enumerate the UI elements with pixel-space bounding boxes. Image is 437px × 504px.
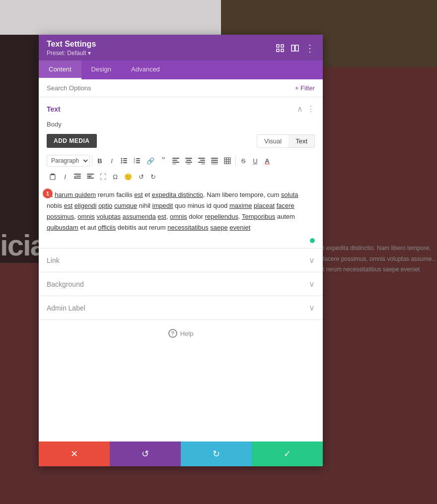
background-section[interactable]: Background ∨ [39, 272, 323, 296]
italic2-button[interactable]: I [60, 171, 71, 183]
svg-rect-23 [186, 160, 191, 161]
panel-title: Text Settings [47, 40, 96, 49]
tab-design[interactable]: Design [81, 61, 121, 79]
ordered-list-button[interactable]: 1.2.3. [131, 155, 143, 167]
panel-header-left: Text Settings Preset: Default ▾ [47, 40, 96, 57]
unordered-list-button[interactable] [118, 155, 130, 167]
svg-rect-28 [198, 162, 205, 163]
panel-preset[interactable]: Preset: Default ▾ [47, 50, 96, 57]
editor-toolbar-row2: I ⛶ Ω 🙂 ↺ ↻ [39, 169, 323, 185]
svg-rect-0 [277, 45, 279, 47]
help-row[interactable]: ? Help [39, 320, 323, 347]
indent-more-button[interactable] [84, 171, 96, 183]
italic-button[interactable]: I [106, 155, 117, 167]
indent-less-button[interactable] [72, 171, 83, 183]
bold-button[interactable]: B [94, 155, 105, 167]
svg-rect-42 [76, 176, 81, 177]
svg-rect-15 [136, 160, 140, 161]
link-section-chevron: ∨ [309, 255, 315, 265]
special-char-button[interactable]: Ω [110, 171, 121, 183]
text-settings-panel: Text Settings Preset: Default ▾ ⋮ [39, 35, 323, 466]
fullscreen-editor-button[interactable]: ⛶ [97, 171, 109, 183]
panel-tabs: Content Design Advanced [39, 61, 323, 79]
redo-editor-button[interactable]: ↻ [147, 171, 158, 183]
svg-marker-44 [74, 176, 75, 178]
svg-rect-1 [281, 45, 284, 47]
svg-rect-3 [281, 49, 284, 52]
underline-button[interactable]: U [250, 155, 261, 167]
svg-point-6 [121, 158, 123, 160]
strikethrough-button[interactable]: S [238, 155, 249, 167]
link-button[interactable]: 🔗 [144, 155, 157, 167]
paragraph-select[interactable]: Paragraph [47, 155, 90, 167]
help-icon: ? [168, 329, 177, 338]
columns-icon[interactable] [290, 43, 300, 53]
svg-rect-4 [291, 45, 294, 51]
editor-toolbar-row1: Paragraph B I 1.2.3. 🔗 " [39, 153, 323, 169]
justify-button[interactable] [209, 155, 220, 167]
svg-rect-13 [136, 158, 140, 159]
svg-rect-18 [172, 158, 179, 159]
text-section: Text ∧ ⋮ Body ADD MEDIA Visual Text Para… [39, 97, 323, 249]
undo-button[interactable]: ↺ [110, 441, 181, 466]
svg-rect-9 [123, 160, 127, 161]
svg-rect-34 [224, 158, 230, 164]
panel-footer: ✕ ↺ ↻ ✓ [39, 441, 323, 466]
text-section-title: Text [47, 105, 61, 113]
align-center-button[interactable] [183, 155, 195, 167]
svg-rect-20 [172, 162, 179, 163]
link-section-title: Link [47, 256, 60, 264]
body-label: Body [39, 121, 323, 132]
toolbar-divider-2 [235, 156, 236, 166]
help-label: Help [180, 330, 194, 337]
redo-button[interactable]: ↻ [181, 441, 252, 466]
text-toggle-button[interactable]: Text [289, 135, 314, 147]
align-left-button[interactable] [170, 155, 182, 167]
svg-rect-2 [277, 49, 279, 52]
svg-rect-24 [185, 162, 192, 163]
save-button[interactable]: ✓ [252, 441, 323, 466]
tab-advanced[interactable]: Advanced [121, 61, 170, 79]
background-top-left [0, 0, 221, 35]
cancel-button[interactable]: ✕ [39, 441, 110, 466]
table-button[interactable] [221, 155, 233, 167]
link-section[interactable]: Link ∨ [39, 249, 323, 272]
admin-label-section-chevron: ∨ [309, 303, 315, 313]
panel-body: + Filter Text ∧ ⋮ Body ADD MEDIA Visual … [39, 79, 323, 441]
emoji-button[interactable]: 🙂 [122, 171, 135, 183]
tab-content[interactable]: Content [39, 61, 81, 79]
blockquote-button[interactable]: " [158, 155, 169, 167]
text-section-menu[interactable]: ⋮ [307, 104, 315, 114]
svg-rect-22 [185, 158, 192, 159]
svg-rect-26 [198, 158, 205, 159]
undo-editor-button[interactable]: ↺ [136, 171, 146, 183]
green-dot [310, 238, 315, 243]
svg-rect-31 [211, 160, 218, 161]
svg-point-10 [121, 162, 123, 164]
svg-rect-19 [172, 160, 177, 161]
svg-rect-32 [211, 162, 218, 163]
admin-label-section[interactable]: Admin Label ∨ [39, 296, 323, 320]
align-right-button[interactable] [196, 155, 208, 167]
editor-content[interactable]: 1 Et harum quidem rerum facilis est et e… [39, 185, 323, 248]
add-media-button[interactable]: ADD MEDIA [47, 134, 97, 148]
svg-rect-7 [123, 158, 127, 159]
fullscreen-icon[interactable] [275, 43, 285, 53]
admin-label-section-title: Admin Label [47, 304, 85, 312]
media-row: ADD MEDIA Visual Text [39, 132, 323, 153]
svg-rect-47 [87, 178, 94, 179]
svg-rect-29 [201, 164, 205, 164]
svg-rect-11 [123, 162, 127, 163]
font-color-button[interactable]: A [262, 155, 273, 167]
filter-button[interactable]: + Filter [295, 84, 315, 92]
visual-toggle-button[interactable]: Visual [257, 135, 289, 147]
text-section-chevron-up[interactable]: ∧ [297, 104, 303, 114]
svg-rect-30 [211, 158, 218, 159]
paste-button[interactable] [47, 171, 59, 183]
more-options-icon[interactable]: ⋮ [305, 43, 315, 53]
svg-rect-21 [172, 164, 176, 164]
search-input[interactable] [47, 84, 295, 92]
panel-header-icons: ⋮ [275, 43, 315, 53]
svg-rect-17 [136, 162, 140, 163]
svg-rect-5 [295, 45, 298, 51]
